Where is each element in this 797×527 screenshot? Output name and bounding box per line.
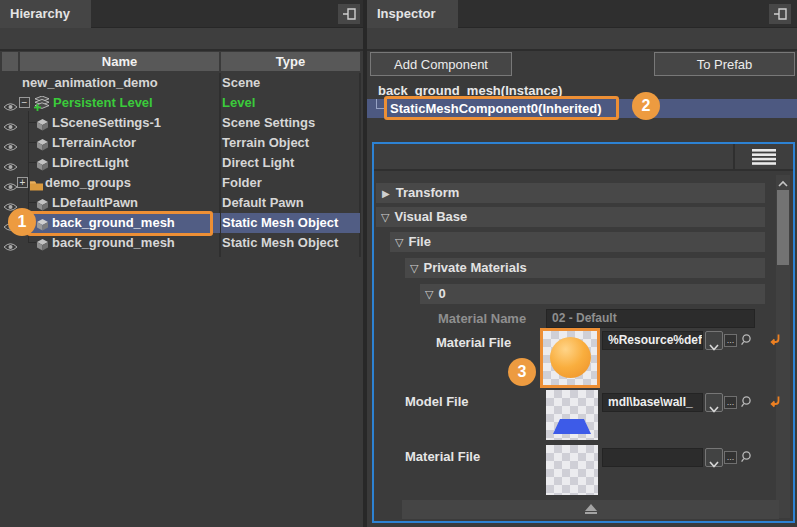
eye-icon[interactable] <box>3 98 18 108</box>
tree-line <box>28 113 36 123</box>
row-type: Terrain Object <box>222 133 309 153</box>
model-file-field[interactable]: mdl\base\wall_ <box>602 393 703 412</box>
properties-panel: Transform Visual Base File Private Mater… <box>372 142 795 523</box>
material-file-label: Material File <box>436 335 511 350</box>
row-name: LDirectLight <box>52 153 129 173</box>
cube-icon <box>36 237 49 257</box>
tree-line <box>28 133 36 143</box>
search-icon[interactable] <box>739 333 753 348</box>
section-title: 0 <box>438 286 445 301</box>
section-file[interactable]: File <box>390 232 765 252</box>
collapse-up-icon <box>585 504 597 511</box>
expanded-arrow-icon <box>376 209 394 224</box>
hierarchy-row-ldefaultpawn[interactable]: LDefaultPawn Default Pawn <box>0 193 363 213</box>
inspector-panel: Inspector Add Component To Prefab back_g… <box>367 0 797 527</box>
material-2-thumbnail[interactable] <box>546 445 598 495</box>
hierarchy-row-ldirectlight[interactable]: LDirectLight Direct Light <box>0 153 363 173</box>
collapse-bar[interactable] <box>402 500 779 519</box>
tab-inspector[interactable]: Inspector <box>367 0 458 28</box>
hierarchy-row-back-ground-mesh[interactable]: back_ground_mesh Static Mesh Object <box>0 233 363 253</box>
scrollbar-thumb[interactable] <box>777 190 789 265</box>
pin-button[interactable] <box>769 4 791 24</box>
eye-icon[interactable] <box>3 158 18 168</box>
section-visual-base[interactable]: Visual Base <box>376 207 765 227</box>
pin-icon <box>342 7 357 24</box>
row-type: Static Mesh Object <box>222 213 338 233</box>
row-type: Direct Light <box>222 153 294 173</box>
dropdown-button[interactable] <box>705 331 723 350</box>
column-header-visibility[interactable] <box>2 52 18 71</box>
row-type: Scene Settings <box>222 113 315 133</box>
hierarchy-tabbar: Hierarchy <box>0 0 363 28</box>
to-prefab-button[interactable]: To Prefab <box>654 52 795 76</box>
inspector-tabbar: Inspector <box>367 0 797 28</box>
collapsed-arrow-icon <box>376 185 396 200</box>
browse-button[interactable]: ... <box>724 396 737 409</box>
eye-icon[interactable] <box>3 178 18 188</box>
hierarchy-row-persistent-level[interactable]: − Persistent Level Level <box>0 93 363 113</box>
expanded-arrow-icon <box>405 260 423 275</box>
reset-icon[interactable] <box>767 332 782 347</box>
search-icon[interactable] <box>739 450 753 465</box>
material-sphere-preview <box>550 337 591 378</box>
reset-icon[interactable] <box>767 394 782 409</box>
tab-hierarchy[interactable]: Hierarchy <box>0 0 91 28</box>
column-header-type[interactable]: Type <box>221 52 360 71</box>
row-name: LSceneSettings-1 <box>52 113 161 133</box>
hierarchy-row-lterrainactor[interactable]: LTerrainActor Terrain Object <box>0 133 363 153</box>
row-name: LDefaultPawn <box>52 193 138 213</box>
hierarchy-row-lscenesettings[interactable]: LSceneSettings-1 Scene Settings <box>0 113 363 133</box>
expanded-arrow-icon <box>390 234 408 249</box>
row-name: demo_groups <box>45 173 131 193</box>
annotation-badge-3: 3 <box>508 358 536 386</box>
eye-icon[interactable] <box>3 118 18 128</box>
material-file-2-field[interactable] <box>602 448 703 467</box>
collapse-expander[interactable]: − <box>19 97 30 108</box>
row-type: Folder <box>222 173 262 193</box>
collapse-up-icon <box>585 512 597 514</box>
annotation-badge-1: 1 <box>8 208 36 236</box>
eye-icon[interactable] <box>3 238 18 248</box>
menu-button[interactable] <box>733 144 793 169</box>
search-icon[interactable] <box>739 395 753 410</box>
model-thumbnail[interactable] <box>546 390 598 440</box>
row-type: Static Mesh Object <box>222 233 338 253</box>
eye-icon[interactable] <box>3 198 18 208</box>
expanded-arrow-icon <box>420 286 438 301</box>
dropdown-button[interactable] <box>705 393 723 412</box>
annotation-highlight-1 <box>27 211 213 236</box>
material-thumbnail[interactable] <box>540 328 600 388</box>
editor-window: Hierarchy Name Type new_animation_demo S… <box>0 0 797 527</box>
dropdown-button[interactable] <box>705 448 723 467</box>
material-name-field[interactable]: 02 - Default <box>546 309 755 328</box>
row-name: Persistent Level <box>53 93 153 113</box>
section-title: Transform <box>396 185 460 200</box>
section-private-materials[interactable]: Private Materials <box>405 258 765 278</box>
browse-button[interactable]: ... <box>724 451 737 464</box>
section-title: File <box>408 234 430 249</box>
hierarchy-row-scene[interactable]: new_animation_demo Scene <box>0 73 363 93</box>
hierarchy-row-demo-groups[interactable]: + demo_groups Folder <box>0 173 363 193</box>
row-name: LTerrainActor <box>52 133 136 153</box>
section-title: Private Materials <box>423 260 526 275</box>
section-transform[interactable]: Transform <box>376 183 765 203</box>
row-name: back_ground_mesh <box>52 233 175 253</box>
scroll-up-icon[interactable] <box>776 175 790 189</box>
row-name: new_animation_demo <box>22 73 158 93</box>
material-file-field[interactable]: %Resource%def <box>602 331 703 350</box>
section-title: Visual Base <box>394 209 467 224</box>
row-type: Scene <box>222 73 260 93</box>
collapse-expander[interactable]: + <box>17 177 28 188</box>
model-file-label: Model File <box>405 394 469 409</box>
browse-button[interactable]: ... <box>724 334 737 347</box>
hierarchy-header: Name Type <box>0 52 363 71</box>
properties-toolbar <box>374 144 793 171</box>
row-type: Default Pawn <box>222 193 304 213</box>
model-plane-preview <box>546 390 598 440</box>
add-component-button[interactable]: Add Component <box>370 52 512 76</box>
pin-button[interactable] <box>338 4 360 24</box>
eye-icon[interactable] <box>3 138 18 148</box>
section-element-0[interactable]: 0 <box>420 284 765 304</box>
material-name-label: Material Name <box>438 311 526 326</box>
column-header-name[interactable]: Name <box>20 52 219 71</box>
